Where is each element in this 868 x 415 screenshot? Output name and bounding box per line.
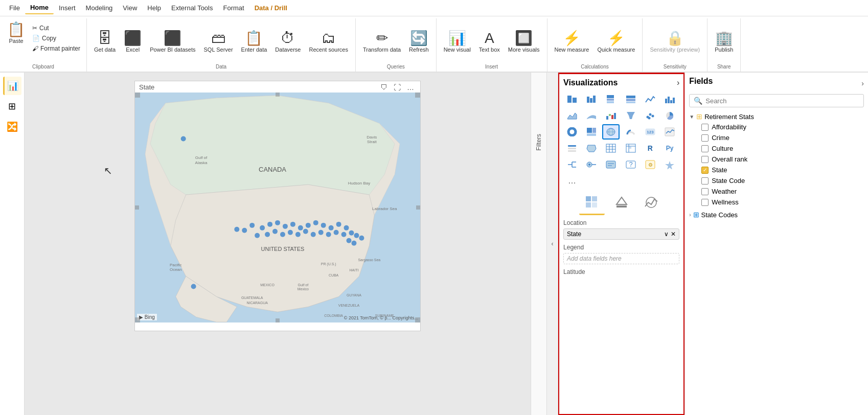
map-visual[interactable]: CANADA UNITED STATES Gulf of Alaska Davi… [135, 93, 420, 322]
field-state-code[interactable]: State Code [689, 175, 864, 186]
viz-gauge[interactable] [622, 124, 639, 140]
menu-help[interactable]: Help [142, 2, 166, 14]
power-bi-datasets-button[interactable]: ⬛ Power BI datasets [147, 20, 198, 64]
viz-funnel[interactable] [622, 108, 639, 123]
viz-scatter[interactable] [642, 108, 659, 123]
viz-r-visual[interactable]: R [642, 141, 659, 156]
viz-analytics-tab[interactable] [638, 193, 664, 215]
field-weather[interactable]: Weather [689, 186, 864, 197]
menu-insert[interactable]: Insert [54, 2, 81, 14]
field-state[interactable]: State [689, 165, 864, 175]
viz-card[interactable]: 123 [642, 124, 659, 140]
viz-key-influencers[interactable] [583, 157, 600, 172]
new-visual-button[interactable]: 📊 New visual [441, 20, 474, 64]
canvas-frame[interactable]: State ⛉ ⛶ … [134, 81, 421, 331]
viz-slicer[interactable] [563, 141, 581, 156]
more-visuals-button[interactable]: 🔲 More visuals [505, 20, 543, 64]
viz-line-chart[interactable] [642, 91, 659, 107]
viz-treemap[interactable] [583, 124, 600, 140]
location-field-tag[interactable]: State ∨ ✕ [563, 228, 679, 240]
copy-button[interactable]: 📄 Copy [30, 34, 82, 43]
viz-100pct-bar[interactable] [622, 91, 639, 107]
viz-decomp-tree[interactable] [563, 157, 581, 172]
sql-server-button[interactable]: 🗃 SQL Server [201, 20, 236, 64]
viz-smart-narrative[interactable] [602, 157, 620, 172]
panel-collapse-button[interactable]: ‹ [546, 73, 558, 415]
viz-paint[interactable] [661, 157, 678, 172]
viz-stacked-bar[interactable] [563, 91, 581, 107]
more-toolbar-icon[interactable]: … [405, 82, 416, 93]
sensitivity-button[interactable]: 🔒 Sensitivity (preview) [647, 20, 703, 64]
viz-custom[interactable]: ⚙ [642, 157, 659, 172]
viz-filled-map[interactable] [583, 141, 600, 156]
viz-pie[interactable] [661, 108, 678, 123]
viz-area-chart[interactable] [563, 108, 581, 123]
table-state-codes[interactable]: › ⊞ State Codes [689, 210, 864, 220]
paste-button[interactable]: 📋 Paste [4, 20, 28, 47]
menu-data-drill[interactable]: Data / Drill [249, 2, 292, 14]
refresh-button[interactable]: 🔄 Refresh [406, 20, 432, 64]
field-affordability[interactable]: Affordability [689, 122, 864, 132]
transform-data-button[interactable]: ✏ Transform data [360, 20, 404, 64]
menu-home[interactable]: Home [25, 2, 54, 14]
crime-checkbox[interactable] [701, 134, 709, 142]
get-data-button[interactable]: 🗄 Get data [91, 20, 119, 64]
data-view-button[interactable]: ⊞ [3, 97, 21, 116]
viz-waterfall[interactable] [602, 108, 620, 123]
legend-placeholder[interactable]: Add data fields here [563, 253, 679, 264]
dataverse-button[interactable]: ⏱ Dataverse [272, 20, 304, 64]
viz-clustered-col[interactable] [661, 91, 678, 107]
menu-external-tools[interactable]: External Tools [166, 2, 218, 14]
menu-file[interactable]: File [4, 2, 25, 14]
publish-button[interactable]: 🏢 Publish [712, 20, 736, 64]
viz-panel-arrow[interactable]: › [677, 78, 679, 87]
enter-data-button[interactable]: 📋 Enter data [238, 20, 270, 64]
state-checkbox[interactable] [701, 167, 709, 174]
report-view-button[interactable]: 📊 [3, 77, 21, 95]
expand-toolbar-icon[interactable]: ⛶ [392, 82, 403, 93]
menu-view[interactable]: View [118, 2, 142, 14]
fields-panel-expand[interactable]: › [861, 79, 864, 87]
field-culture[interactable]: Culture [689, 143, 864, 154]
viz-qa[interactable]: ? [622, 157, 639, 172]
field-remove-icon[interactable]: ✕ [671, 230, 676, 238]
text-box-button[interactable]: A Text box [476, 20, 503, 64]
menu-modeling[interactable]: Modeling [81, 2, 118, 14]
menu-format[interactable]: Format [218, 2, 249, 14]
table-retirement-stats[interactable]: ▼ ⊞ Retirement Stats [689, 111, 864, 122]
field-overall-rank[interactable]: Overall rank [689, 154, 864, 165]
recent-sources-button[interactable]: 🗂 Recent sources [306, 20, 351, 64]
format-painter-button[interactable]: 🖌 Format painter [30, 44, 82, 53]
viz-ribbon[interactable] [583, 108, 600, 123]
viz-fields-tab[interactable] [579, 193, 605, 215]
viz-format-tab[interactable] [609, 193, 634, 215]
cut-button[interactable]: ✂ Cut [30, 24, 82, 33]
search-input[interactable] [705, 97, 859, 105]
quick-measure-button[interactable]: ⚡ Quick measure [594, 20, 638, 64]
model-view-button[interactable]: 🔀 [3, 118, 21, 136]
svg-rect-67 [607, 95, 614, 98]
viz-stacked-col[interactable] [602, 91, 620, 107]
excel-button[interactable]: ⬛ Excel [121, 20, 145, 64]
wellness-checkbox[interactable] [701, 199, 709, 206]
viz-clustered-bar[interactable] [583, 91, 600, 107]
viz-more[interactable]: … [563, 173, 581, 189]
filters-label[interactable]: Filters [535, 134, 542, 151]
field-crime[interactable]: Crime [689, 132, 864, 143]
map-title: State [139, 83, 154, 91]
affordability-checkbox[interactable] [701, 124, 709, 131]
viz-table[interactable] [602, 141, 620, 156]
overall-rank-checkbox[interactable] [701, 156, 709, 163]
filter-toolbar-icon[interactable]: ⛉ [378, 82, 390, 93]
viz-donut[interactable] [563, 124, 581, 140]
viz-map[interactable] [602, 124, 620, 140]
field-dropdown-icon[interactable]: ∨ [664, 230, 669, 238]
viz-python[interactable]: Py [661, 141, 678, 156]
viz-matrix[interactable] [622, 141, 639, 156]
field-wellness[interactable]: Wellness [689, 197, 864, 208]
weather-checkbox[interactable] [701, 188, 709, 195]
new-measure-button[interactable]: ⚡ New measure [552, 20, 592, 64]
state-code-checkbox[interactable] [701, 177, 709, 185]
viz-kpi[interactable] [661, 124, 678, 140]
culture-checkbox[interactable] [701, 145, 709, 152]
